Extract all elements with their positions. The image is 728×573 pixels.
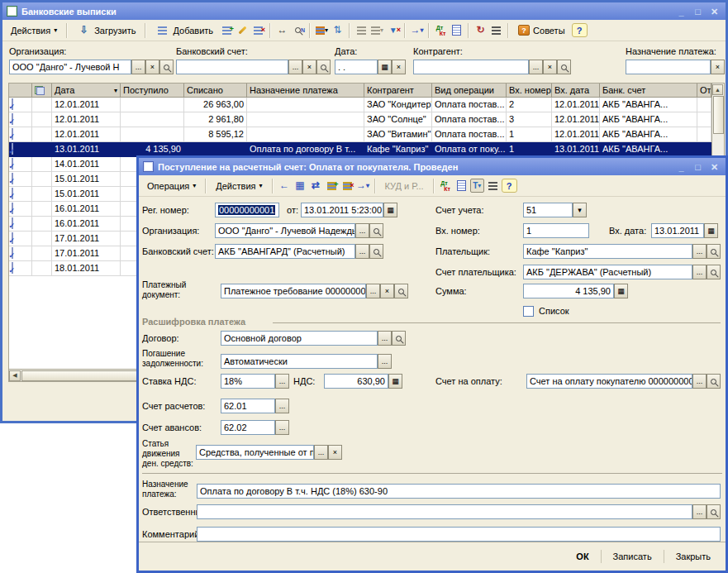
- bank-account-open-button[interactable]: [369, 244, 383, 259]
- vat-calculator-button[interactable]: ▦: [388, 374, 402, 389]
- organization-clear-button[interactable]: ×: [145, 60, 159, 74]
- debt-repayment-choose-button[interactable]: ...: [378, 354, 392, 369]
- payment-purpose-input[interactable]: Оплата по договору В т.ч. НДС (18%) 630-…: [197, 484, 721, 499]
- edit-icon-button[interactable]: [236, 23, 250, 37]
- doc-date-calendar-button[interactable]: ▦: [383, 203, 397, 217]
- help-button[interactable]: ?: [502, 179, 517, 193]
- cash-flow-item-clear-button[interactable]: ×: [328, 445, 342, 460]
- vat-rate-input[interactable]: 18%: [221, 374, 275, 389]
- payment-document-clear-button[interactable]: ×: [380, 284, 394, 298]
- maximize-icon[interactable]: □: [691, 160, 705, 173]
- account-input[interactable]: 51: [523, 203, 573, 217]
- actions-menu-button[interactable]: Действия▾: [211, 179, 267, 193]
- dialog-titlebar[interactable]: Поступление на расчетный счет: Оплата от…: [139, 158, 726, 175]
- bank-account-open-button[interactable]: [316, 60, 331, 74]
- header-cell[interactable]: Назначение платежа: [247, 84, 364, 98]
- responsible-input[interactable]: [197, 504, 692, 519]
- organization-open-button[interactable]: [159, 60, 174, 74]
- ok-button[interactable]: ОК: [566, 549, 598, 564]
- payer-account-choose-button[interactable]: ...: [692, 265, 707, 279]
- debt-repayment-input[interactable]: Автоматически: [221, 354, 378, 369]
- list-checkbox[interactable]: [523, 306, 534, 317]
- payer-account-input[interactable]: АКБ "ДЕРЖАВА" (Расчетный): [523, 265, 692, 279]
- contract-input[interactable]: Основной договор: [221, 331, 378, 346]
- report-icon-button[interactable]: [450, 23, 464, 37]
- form-settings-icon-button[interactable]: [486, 179, 500, 193]
- header-cell[interactable]: Банк. счет: [600, 84, 697, 98]
- contragent-filter-input[interactable]: [413, 60, 529, 74]
- payment-document-choose-button[interactable]: ...: [366, 284, 380, 298]
- vat-amount-input[interactable]: 630,90: [324, 374, 388, 389]
- filter-clear-icon-button[interactable]: ▼×: [386, 23, 400, 37]
- header-cell[interactable]: Вх. дата: [552, 84, 600, 98]
- tips-button[interactable]: ?Советы: [513, 22, 569, 38]
- find-number-icon-button[interactable]: N: [291, 23, 305, 37]
- header-cell[interactable]: Дата▾: [52, 84, 121, 98]
- table-row[interactable]: 12.01.201126 963,00ЗАО "Кондитер"Оплата …: [9, 98, 711, 112]
- responsible-open-button[interactable]: [707, 504, 721, 519]
- contragent-open-button[interactable]: [557, 60, 571, 74]
- scroll-left-icon[interactable]: ◀: [9, 370, 21, 381]
- payer-account-open-button[interactable]: [707, 265, 721, 279]
- operation-menu-button[interactable]: Операция▾: [142, 179, 201, 193]
- advance-account-choose-button[interactable]: ...: [275, 420, 289, 435]
- header-cell[interactable]: Вид операции: [432, 84, 507, 98]
- header-cell-status[interactable]: [32, 84, 52, 98]
- remove-from-journal-icon-button[interactable]: ×: [340, 179, 354, 193]
- report-icon-button[interactable]: [454, 179, 469, 193]
- date-filter-input[interactable]: . .: [335, 60, 378, 74]
- dt-kt-icon-button[interactable]: ДтКт: [434, 23, 448, 37]
- header-cell[interactable]: Контрагент: [364, 84, 432, 98]
- payer-open-button[interactable]: [707, 244, 721, 259]
- amount-calculator-button[interactable]: ▦: [614, 284, 628, 298]
- table-row[interactable]: 12.01.20118 595,12ЗАО "Витамин"Оплата по…: [9, 127, 711, 142]
- save-button[interactable]: Записать: [603, 549, 662, 564]
- contragent-clear-button[interactable]: ×: [543, 60, 557, 74]
- table-row[interactable]: 12.01.20112 961,80ЗАО "Солнце"Оплата пос…: [9, 112, 711, 127]
- in-date-calendar-button[interactable]: ▦: [704, 223, 718, 238]
- invoice-input[interactable]: Счет на оплату покупателю 0000000000: [526, 374, 692, 389]
- bank-account-choose-button[interactable]: ...: [288, 60, 302, 74]
- vat-rate-choose-button[interactable]: ...: [275, 374, 289, 389]
- advance-account-input[interactable]: 62.02: [221, 420, 275, 435]
- invoice-open-button[interactable]: [707, 374, 721, 389]
- actions-menu-button[interactable]: Действия▾: [6, 23, 62, 38]
- dt-kt-icon-button[interactable]: ДтКт: [439, 179, 453, 193]
- comment-input[interactable]: [197, 527, 721, 542]
- close-icon[interactable]: ✕: [707, 5, 721, 17]
- copy-disabled-icon-button[interactable]: [354, 23, 369, 37]
- header-cell[interactable]: Поступило: [121, 84, 184, 98]
- column-width-icon-button[interactable]: ↔: [275, 23, 289, 37]
- organization-choose-button[interactable]: ...: [355, 223, 369, 238]
- add-to-journal-icon-button[interactable]: +: [325, 179, 339, 193]
- bank-account-input[interactable]: АКБ "АВАНГАРД" (Расчетный): [215, 244, 355, 259]
- refresh-icon-button[interactable]: ↻: [473, 23, 488, 37]
- copy-move-icon-button[interactable]: ⇄: [309, 179, 323, 193]
- post-document-icon-button[interactable]: ▦: [293, 179, 307, 193]
- payment-purpose-filter-input[interactable]: [626, 60, 711, 74]
- close-button[interactable]: Закрыть: [666, 549, 721, 564]
- reg-number-input[interactable]: 00000000001: [215, 203, 279, 217]
- delete-icon-button[interactable]: ×: [251, 23, 265, 37]
- payment-purpose-clear-button[interactable]: ×: [711, 60, 725, 74]
- minimize-icon[interactable]: _: [674, 5, 688, 17]
- doc-date-input[interactable]: 13.01.2011 5:23:00: [301, 203, 383, 217]
- settlement-account-choose-button[interactable]: ...: [275, 399, 289, 413]
- responsible-choose-button[interactable]: ...: [692, 504, 707, 519]
- add-copy-icon-button[interactable]: +: [220, 23, 234, 37]
- cash-flow-item-choose-button[interactable]: ...: [314, 445, 328, 460]
- maximize-icon[interactable]: □: [691, 5, 705, 17]
- contragent-choose-button[interactable]: ...: [529, 60, 543, 74]
- sort-filter-icon-button[interactable]: ⇅: [331, 23, 345, 37]
- organization-filter-input[interactable]: ООО "Данго" - Лучевой Н: [9, 60, 131, 74]
- load-button[interactable]: ⇩Загрузить: [72, 21, 140, 40]
- bank-account-clear-button[interactable]: ×: [302, 60, 316, 74]
- close-icon[interactable]: ✕: [707, 160, 721, 173]
- header-cell[interactable]: Вх. номер: [507, 84, 552, 98]
- kud-button[interactable]: КУД и Р...: [380, 179, 429, 193]
- payer-input[interactable]: Кафе "Каприз": [523, 244, 692, 259]
- help-button[interactable]: ?: [572, 23, 588, 37]
- settlement-account-input[interactable]: 62.01: [221, 399, 275, 413]
- organization-input[interactable]: ООО "Данго" - Лучевой Надежды: [215, 223, 355, 238]
- vertical-scroll-thumb[interactable]: [713, 96, 724, 134]
